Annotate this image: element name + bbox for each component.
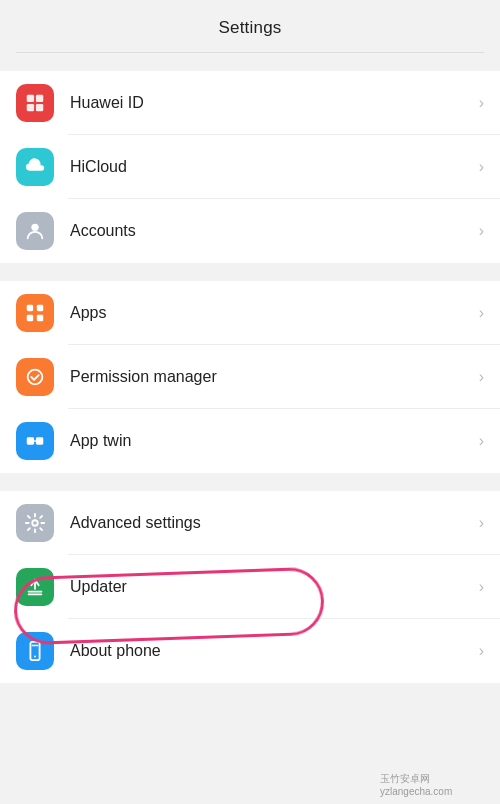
section-gap-2 [0, 263, 500, 281]
chevron-icon: › [479, 578, 484, 596]
svg-rect-14 [30, 642, 39, 660]
settings-item-about-phone[interactable]: About phone › [0, 619, 500, 683]
svg-rect-3 [36, 104, 43, 111]
svg-point-4 [31, 224, 38, 231]
svg-rect-5 [27, 305, 33, 311]
advanced-settings-icon [16, 504, 54, 542]
section-gap-1 [0, 53, 500, 71]
huawei-id-label: Huawei ID [70, 94, 471, 112]
settings-item-updater[interactable]: Updater › [0, 555, 500, 619]
apps-section: Apps › Permission manager › App twin › [0, 281, 500, 473]
settings-item-huawei-id[interactable]: Huawei ID › [0, 71, 500, 135]
hicloud-label: HiCloud [70, 158, 471, 176]
svg-point-15 [34, 656, 36, 658]
chevron-icon: › [479, 94, 484, 112]
chevron-icon: › [479, 368, 484, 386]
apps-label: Apps [70, 304, 471, 322]
settings-item-accounts[interactable]: Accounts › [0, 199, 500, 263]
svg-rect-2 [27, 104, 34, 111]
page-title: Settings [0, 0, 500, 52]
chevron-icon: › [479, 158, 484, 176]
svg-rect-11 [36, 437, 43, 444]
apps-icon [16, 294, 54, 332]
settings-item-permission-manager[interactable]: Permission manager › [0, 345, 500, 409]
hicloud-icon [16, 148, 54, 186]
settings-item-app-twin[interactable]: App twin › [0, 409, 500, 473]
apptwin-icon [16, 422, 54, 460]
settings-item-hicloud[interactable]: HiCloud › [0, 135, 500, 199]
watermark: 玉竹安卓网 yzlangecha.com [380, 764, 500, 804]
updater-label: Updater [70, 578, 471, 596]
system-section: Advanced settings › Updater › About phon… [0, 491, 500, 683]
chevron-icon: › [479, 642, 484, 660]
svg-rect-0 [27, 95, 34, 102]
svg-point-13 [32, 520, 38, 526]
svg-rect-6 [37, 305, 43, 311]
chevron-icon: › [479, 304, 484, 322]
svg-rect-7 [27, 315, 33, 321]
svg-rect-8 [37, 315, 43, 321]
about-phone-label: About phone [70, 642, 471, 660]
huawei-id-icon [16, 84, 54, 122]
chevron-icon: › [479, 222, 484, 240]
chevron-icon: › [479, 514, 484, 532]
settings-item-advanced-settings[interactable]: Advanced settings › [0, 491, 500, 555]
accounts-icon [16, 212, 54, 250]
svg-point-9 [28, 370, 43, 385]
section-gap-3 [0, 473, 500, 491]
app-twin-label: App twin [70, 432, 471, 450]
updater-icon [16, 568, 54, 606]
advanced-settings-label: Advanced settings [70, 514, 471, 532]
svg-rect-10 [27, 437, 34, 444]
chevron-icon: › [479, 432, 484, 450]
svg-rect-1 [36, 95, 43, 102]
about-phone-icon [16, 632, 54, 670]
permission-manager-label: Permission manager [70, 368, 471, 386]
account-section: Huawei ID › HiCloud › Accounts › [0, 71, 500, 263]
accounts-label: Accounts [70, 222, 471, 240]
permission-icon [16, 358, 54, 396]
settings-item-apps[interactable]: Apps › [0, 281, 500, 345]
